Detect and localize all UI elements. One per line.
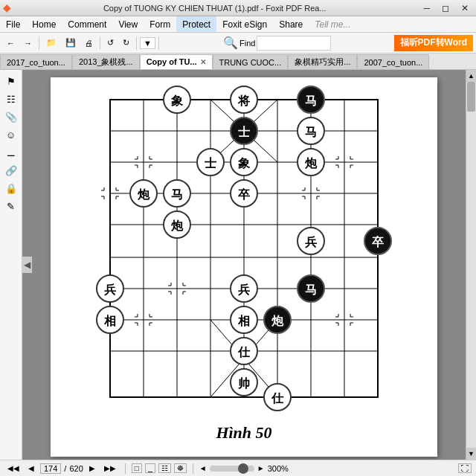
menu-protect[interactable]: Protect xyxy=(176,16,216,32)
menubar: File Home Comment View Form Protect Foxi… xyxy=(0,16,476,33)
bottom-navbar: ◀◀ ◀ 174 / 620 ▶ ▶▶ □ ⎯ ☷ ☸ ◄ ► 300% ⛶ xyxy=(0,460,476,476)
fit-width-btn[interactable]: ⎯ xyxy=(145,463,155,473)
prev-page-btn[interactable]: ◀ xyxy=(25,464,37,472)
svg-text:兵: 兵 xyxy=(238,283,251,296)
maximize-button[interactable]: ◻ xyxy=(437,3,454,13)
sidebar-thumbnails[interactable]: ☷ xyxy=(3,91,19,107)
svg-text:炮: 炮 xyxy=(271,315,284,327)
foxit-convert-badge[interactable]: 福昕PDF转Word xyxy=(394,35,473,51)
app-icon: ◆ xyxy=(3,2,10,13)
scroll-thumb[interactable] xyxy=(467,82,475,112)
sidebar-link[interactable]: 🔗 xyxy=(3,162,19,178)
scroll-up-btn[interactable]: ▲ xyxy=(466,70,476,82)
svg-text:象: 象 xyxy=(171,94,184,107)
page-current[interactable]: 174 xyxy=(40,463,61,474)
svg-text:将: 将 xyxy=(237,94,251,107)
toolbar: ← → 📁 💾 🖨 ↺ ↻ ▼ 🔍 Find 福昕PDF转Word xyxy=(0,33,476,54)
search-icon: 🔍 xyxy=(223,36,238,50)
scroll-right-page[interactable]: ► xyxy=(257,464,265,472)
menu-share[interactable]: Share xyxy=(273,16,309,32)
tab-2-close[interactable]: ✕ xyxy=(200,58,206,66)
svg-text:马: 马 xyxy=(171,188,183,201)
fwd-btn[interactable]: → xyxy=(20,35,36,51)
fit-btn[interactable]: □ xyxy=(132,463,142,473)
svg-text:卒: 卒 xyxy=(372,235,385,248)
view-btn[interactable]: ☷ xyxy=(158,463,171,473)
save-btn[interactable]: 💾 xyxy=(62,35,80,51)
find-box: 🔍 Find xyxy=(223,36,331,51)
print-btn[interactable]: 🖨 xyxy=(81,35,97,51)
tabs-bar: 2017_co_tuon... 2013_象棋残... Copy of TU..… xyxy=(0,54,476,70)
tab-2[interactable]: Copy of TU... ✕ xyxy=(140,54,213,69)
pdf-page: 象 将 马 士 马 士 象 xyxy=(51,77,437,457)
svg-text:象: 象 xyxy=(238,157,251,170)
svg-text:帅: 帅 xyxy=(237,377,250,390)
zoom-slider[interactable] xyxy=(210,466,254,472)
find-label: Find xyxy=(239,39,255,48)
fullscreen-btn[interactable]: ⛶ xyxy=(458,463,472,473)
tab-1[interactable]: 2013_象棋残... xyxy=(72,54,140,69)
pdf-content: ◀ xyxy=(22,70,466,460)
svg-text:仕: 仕 xyxy=(271,392,284,405)
svg-text:炮: 炮 xyxy=(304,157,318,170)
scrollbar-right[interactable]: ▲ ▼ xyxy=(466,70,476,460)
minimize-button[interactable]: ─ xyxy=(419,3,434,13)
menu-file[interactable]: File xyxy=(0,16,26,32)
tab-5[interactable]: 2007_co_tuon... xyxy=(357,54,429,69)
sep2 xyxy=(193,463,193,474)
menu-comment[interactable]: Comment xyxy=(62,16,112,32)
svg-text:兵: 兵 xyxy=(104,283,117,296)
sidebar: ⚑ ☷ 📎 ☺ ⚊ 🔗 🔒 ✎ xyxy=(0,70,22,460)
tab-3[interactable]: TRUNG CUOC... xyxy=(213,54,289,69)
page-separator: / xyxy=(64,464,66,473)
spread-btn[interactable]: ☸ xyxy=(174,463,187,473)
zoom-thumb[interactable] xyxy=(238,463,248,474)
svg-text:Hình 50: Hình 50 xyxy=(215,423,271,442)
next-page-btn[interactable]: ▶ xyxy=(86,464,98,472)
scroll-left-page[interactable]: ◄ xyxy=(199,464,207,472)
close-button[interactable]: ✕ xyxy=(457,3,473,13)
svg-text:相: 相 xyxy=(237,315,250,327)
sidebar-bookmark[interactable]: ⚑ xyxy=(3,73,19,89)
menu-tell-me[interactable]: Tell me... xyxy=(309,16,356,32)
titlebar-controls[interactable]: ─ ◻ ✕ xyxy=(419,3,473,13)
sep1 xyxy=(39,36,39,50)
menu-foxit-esign[interactable]: Foxit eSign xyxy=(216,16,273,32)
menu-form[interactable]: Form xyxy=(144,16,176,32)
svg-text:士: 士 xyxy=(205,157,217,170)
first-page-btn[interactable]: ◀◀ xyxy=(4,464,22,472)
sidebar-comments[interactable]: ☺ xyxy=(3,126,19,143)
zoom-level: 300% xyxy=(268,464,289,473)
tab-0[interactable]: 2017_co_tuon... xyxy=(0,54,72,69)
redo-btn[interactable]: ↻ xyxy=(119,35,133,51)
scroll-down-btn[interactable]: ▼ xyxy=(466,448,476,460)
scroll-left-arrow[interactable]: ◀ xyxy=(22,257,32,273)
tab-4[interactable]: 象棋精巧实用... xyxy=(288,54,357,69)
undo-btn[interactable]: ↺ xyxy=(103,35,118,51)
sidebar-security[interactable]: 🔒 xyxy=(3,180,19,196)
menu-home[interactable]: Home xyxy=(26,16,62,32)
back-btn[interactable]: ← xyxy=(3,35,19,51)
titlebar: ◆ Copy of TUONG KY CHIEN THUAT (1).pdf -… xyxy=(0,0,476,16)
xiangqi-board: 象 将 马 士 马 士 象 xyxy=(80,85,408,449)
sidebar-layers[interactable]: ⚊ xyxy=(3,144,19,161)
open-btn[interactable]: 📁 xyxy=(42,35,60,51)
find-input[interactable] xyxy=(257,36,331,51)
svg-text:马: 马 xyxy=(305,283,317,296)
page-total: 620 xyxy=(69,464,83,473)
last-page-btn[interactable]: ▶▶ xyxy=(101,464,119,472)
sidebar-tool[interactable]: ✎ xyxy=(3,198,19,214)
svg-text:相: 相 xyxy=(103,315,116,327)
sidebar-attachment[interactable]: 📎 xyxy=(3,109,19,125)
svg-text:士: 士 xyxy=(238,126,251,138)
titlebar-left: ◆ xyxy=(3,2,10,13)
svg-text:炮: 炮 xyxy=(137,188,150,201)
dropdown-selector[interactable]: ▼ xyxy=(140,37,155,49)
sep4 xyxy=(158,36,159,50)
svg-text:炮: 炮 xyxy=(170,219,184,232)
sep xyxy=(125,463,126,474)
titlebar-title: Copy of TUONG KY CHIEN THUAT (1).pdf - F… xyxy=(10,4,419,13)
svg-text:兵: 兵 xyxy=(305,235,318,248)
svg-text:马: 马 xyxy=(305,126,317,138)
menu-view[interactable]: View xyxy=(112,16,144,32)
